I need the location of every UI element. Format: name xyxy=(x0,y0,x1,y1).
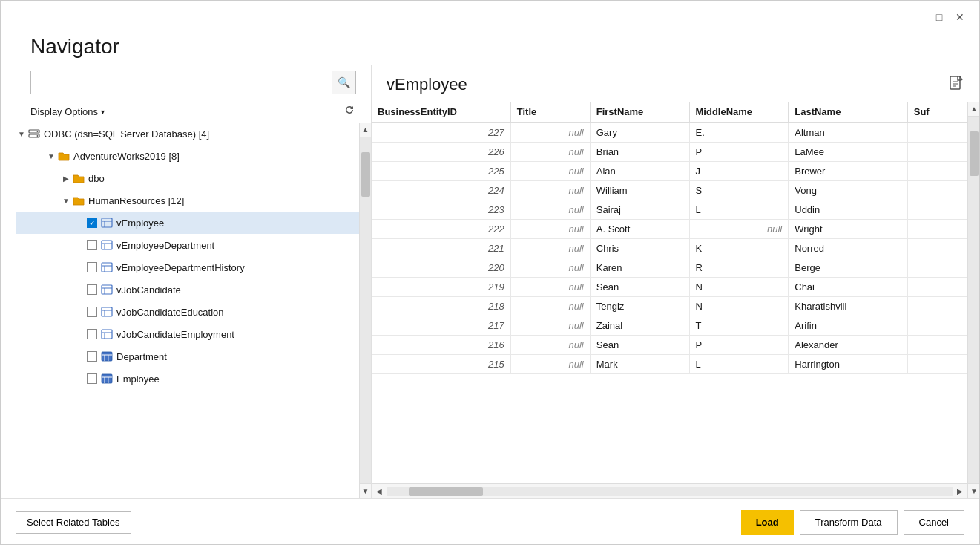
tree-scrollbar: ▲ ▼ xyxy=(359,123,371,498)
search-button[interactable]: 🔍 xyxy=(332,71,355,94)
col-header-middlename: MiddleName xyxy=(689,102,789,123)
table-cell-middlename: L xyxy=(689,200,789,220)
table-row: 221nullChrisKNorred xyxy=(372,239,967,258)
tree-item-vJobCandidate[interactable]: vJobCandidate xyxy=(16,278,359,301)
expand-arrow[interactable]: ▼ xyxy=(60,197,72,205)
h-scroll-right[interactable]: ▶ xyxy=(953,484,967,499)
svg-rect-4 xyxy=(102,218,112,227)
expand-arrow[interactable]: ▶ xyxy=(60,174,72,183)
action-buttons: Load Transform Data Cancel xyxy=(741,510,964,535)
h-scroll-left[interactable]: ◀ xyxy=(372,484,387,499)
view-icon xyxy=(100,261,114,274)
tree-checkbox[interactable] xyxy=(87,329,97,339)
server-icon xyxy=(27,127,41,140)
display-options-button[interactable]: Display Options ▾ xyxy=(30,106,105,117)
h-scrollbar: ◀ ▶ xyxy=(372,483,967,498)
table-cell-firstname: Gary xyxy=(590,123,689,143)
tree-scroll-up[interactable]: ▲ xyxy=(360,123,372,137)
table-cell-middlename: null xyxy=(689,220,789,239)
expand-arrow[interactable]: ▼ xyxy=(16,130,27,138)
table-cell-lastname: Kharatishvili xyxy=(789,297,908,316)
tree-checkbox[interactable] xyxy=(87,351,97,362)
svg-rect-16 xyxy=(102,307,112,316)
tree-checkbox[interactable] xyxy=(87,284,97,295)
tree-item-Employee[interactable]: Employee xyxy=(16,368,359,390)
table-icon xyxy=(100,372,114,385)
table-cell-lastname: LaMee xyxy=(789,143,908,162)
tree-item-vEmployee[interactable]: ✓vEmployee xyxy=(16,212,359,234)
minimize-button[interactable]: □ xyxy=(929,7,950,27)
table-cell-suffix xyxy=(907,200,967,220)
tree-scroll-thumb[interactable] xyxy=(361,152,370,197)
tree-checkbox[interactable] xyxy=(87,307,97,317)
table-cell-title: null xyxy=(510,220,590,239)
v-scrollbar: ▲ ▼ xyxy=(967,102,979,498)
tree-panel: ▼ODBC (dsn=SQL Server Database) [4]▼Adve… xyxy=(1,123,371,498)
table-cell-suffix xyxy=(907,143,967,162)
tree-checkbox[interactable] xyxy=(87,240,97,250)
tree-scroll-down[interactable]: ▼ xyxy=(360,483,372,498)
table-cell-lastname: Arifin xyxy=(789,316,908,336)
svg-rect-19 xyxy=(102,330,112,339)
expand-arrow[interactable]: ▼ xyxy=(45,152,57,160)
close-button[interactable]: ✕ xyxy=(950,7,970,27)
transform-data-button[interactable]: Transform Data xyxy=(800,510,898,535)
select-related-button[interactable]: Select Related Tables xyxy=(16,511,131,534)
table-row: 218nullTengizNKharatishvili xyxy=(372,297,967,316)
tree-item-vJobCandidateEducation[interactable]: vJobCandidateEducation xyxy=(16,301,359,323)
tree-item-vEmployeeDepartmentHistory[interactable]: vEmployeeDepartmentHistory xyxy=(16,256,359,278)
tree-item-vJobCandidateEmployment[interactable]: vJobCandidateEmployment xyxy=(16,323,359,345)
table-cell-businessentityid: 221 xyxy=(372,239,510,258)
load-button[interactable]: Load xyxy=(741,510,794,535)
svg-rect-10 xyxy=(102,263,112,272)
tree-item-humanresources[interactable]: ▼HumanResources [12] xyxy=(16,189,359,212)
refresh-button[interactable] xyxy=(343,103,356,120)
tree-item-odbc[interactable]: ▼ODBC (dsn=SQL Server Database) [4] xyxy=(16,123,359,145)
h-scroll-thumb[interactable] xyxy=(409,487,483,496)
table-cell-title: null xyxy=(510,200,590,220)
table-cell-suffix xyxy=(907,316,967,336)
title-bar: □ ✕ xyxy=(1,1,979,27)
tree-scroll-track xyxy=(360,137,371,483)
tree-checkbox[interactable] xyxy=(87,373,97,384)
cancel-button[interactable]: Cancel xyxy=(904,510,964,535)
display-options-label: Display Options xyxy=(30,106,98,117)
svg-rect-7 xyxy=(102,241,112,249)
table-cell-businessentityid: 217 xyxy=(372,316,510,336)
tree-item-Department[interactable]: Department xyxy=(16,345,359,368)
table-cell-suffix xyxy=(907,239,967,258)
table-cell-suffix xyxy=(907,336,967,355)
view-icon xyxy=(100,327,114,341)
tree-label: HumanResources [12] xyxy=(88,195,184,206)
table-cell-lastname: Vong xyxy=(789,181,908,200)
export-icon[interactable] xyxy=(948,75,964,94)
table-cell-firstname: A. Scott xyxy=(590,220,689,239)
table-cell-suffix xyxy=(907,297,967,316)
v-scroll-thumb[interactable] xyxy=(970,131,979,176)
table-cell-firstname: Sean xyxy=(590,278,689,297)
folder-icon xyxy=(72,194,85,207)
page-title: Navigator xyxy=(1,27,979,65)
table-cell-lastname: Harrington xyxy=(789,355,908,374)
search-input[interactable] xyxy=(31,71,332,94)
table-cell-suffix xyxy=(907,181,967,200)
svg-rect-13 xyxy=(102,285,112,294)
table-row: 220nullKarenRBerge xyxy=(372,258,967,278)
table-cell-businessentityid: 215 xyxy=(372,355,510,374)
col-header-title: Title xyxy=(510,102,590,123)
table-cell-firstname: Sean xyxy=(590,336,689,355)
v-scroll-up[interactable]: ▲ xyxy=(968,102,979,117)
tree-item-adventureworks[interactable]: ▼AdventureWorks2019 [8] xyxy=(16,145,359,167)
table-cell-title: null xyxy=(510,162,590,181)
v-scroll-down[interactable]: ▼ xyxy=(968,483,979,498)
chevron-down-icon: ▾ xyxy=(101,108,105,116)
tree-item-vEmployeeDepartment[interactable]: vEmployeeDepartment xyxy=(16,234,359,256)
table-cell-firstname: Brian xyxy=(590,143,689,162)
table-row: 217nullZainalTArifin xyxy=(372,316,967,336)
tree-checkbox[interactable]: ✓ xyxy=(87,218,97,228)
tree-checkbox[interactable] xyxy=(87,262,97,272)
table-cell-firstname: Mark xyxy=(590,355,689,374)
table-cell-title: null xyxy=(510,143,590,162)
table-cell-businessentityid: 216 xyxy=(372,336,510,355)
tree-item-dbo[interactable]: ▶dbo xyxy=(16,167,359,189)
